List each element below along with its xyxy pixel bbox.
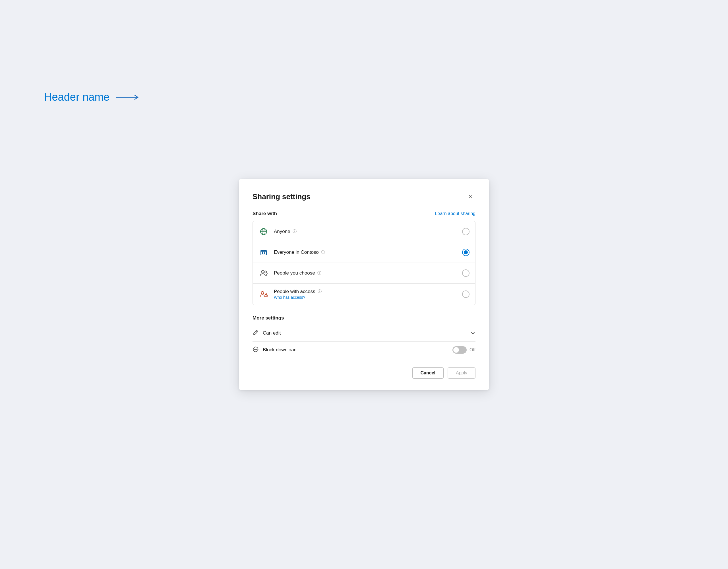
block-download-toggle-group: Off [452, 346, 475, 354]
header-annotation: Header name [44, 91, 142, 103]
anyone-info-icon[interactable]: ⓘ [293, 229, 297, 234]
share-option-anyone-label: Anyone ⓘ [274, 229, 297, 234]
cancel-button[interactable]: Cancel [412, 367, 444, 379]
block-icon [253, 346, 259, 354]
can-edit-left: Can edit [253, 330, 281, 337]
people-lock-icon [258, 289, 269, 299]
block-download-left: Block download [253, 346, 297, 354]
can-edit-row[interactable]: Can edit [253, 325, 475, 342]
dialog-header: Sharing settings × [253, 191, 475, 202]
svg-point-14 [261, 292, 264, 294]
block-download-label: Block download [263, 347, 297, 353]
svg-point-12 [262, 270, 264, 273]
share-option-contoso-label: Everyone in Contoso ⓘ [274, 249, 325, 255]
share-option-anyone-left: Anyone ⓘ [258, 226, 297, 237]
apply-button[interactable]: Apply [448, 367, 475, 379]
share-option-people-access[interactable]: People with access ⓘ Who has access? [253, 283, 475, 305]
share-options-list: Anyone ⓘ [253, 221, 475, 305]
people-icon [258, 268, 269, 278]
share-option-people-access-text: People with access ⓘ Who has access? [274, 289, 322, 300]
people-choose-info-icon[interactable]: ⓘ [317, 270, 321, 276]
block-download-toggle-label: Off [470, 348, 475, 353]
block-download-toggle[interactable] [452, 346, 467, 354]
share-with-label: Share with [253, 211, 277, 216]
learn-about-sharing-link[interactable]: Learn about sharing [435, 211, 475, 216]
who-has-access-link[interactable]: Who has access? [274, 295, 322, 300]
share-option-anyone[interactable]: Anyone ⓘ [253, 221, 475, 242]
contoso-info-icon[interactable]: ⓘ [321, 250, 325, 255]
close-button[interactable]: × [465, 191, 475, 202]
share-option-contoso-left: Everyone in Contoso ⓘ [258, 247, 325, 257]
share-option-people-choose[interactable]: People you choose ⓘ [253, 263, 475, 283]
more-settings-section: More settings Can edit [253, 315, 475, 358]
people-access-radio[interactable] [462, 291, 470, 298]
building-icon [258, 247, 269, 257]
share-option-people-access-label: People with access ⓘ [274, 289, 322, 295]
share-option-people-choose-left: People you choose ⓘ [258, 268, 321, 278]
can-edit-label: Can edit [263, 330, 281, 336]
dialog-title: Sharing settings [253, 192, 311, 201]
share-option-contoso[interactable]: Everyone in Contoso ⓘ [253, 242, 475, 263]
globe-icon [258, 226, 269, 237]
contoso-radio[interactable] [462, 249, 470, 256]
share-option-people-access-left: People with access ⓘ Who has access? [258, 289, 322, 300]
share-option-people-choose-text: People you choose ⓘ [274, 270, 321, 276]
more-settings-title: More settings [253, 315, 475, 321]
header-annotation-text: Header name [44, 91, 109, 103]
chevron-down-icon [470, 331, 475, 336]
block-download-row: Block download Off [253, 342, 475, 358]
people-access-info-icon[interactable]: ⓘ [318, 289, 322, 294]
share-option-anyone-text: Anyone ⓘ [274, 229, 297, 234]
svg-rect-9 [262, 253, 263, 254]
can-edit-dropdown[interactable] [470, 331, 475, 336]
svg-point-13 [265, 271, 267, 273]
arrow-icon [116, 94, 142, 101]
share-with-section-header: Share with Learn about sharing [253, 211, 475, 216]
dialog-overlay: Sharing settings × Share with Learn abou… [239, 179, 489, 390]
pencil-icon [253, 330, 259, 337]
svg-rect-6 [261, 250, 266, 255]
sharing-settings-dialog: Sharing settings × Share with Learn abou… [239, 179, 489, 390]
svg-rect-10 [264, 253, 265, 254]
svg-point-16 [266, 295, 266, 296]
share-option-people-choose-label: People you choose ⓘ [274, 270, 321, 276]
share-option-contoso-text: Everyone in Contoso ⓘ [274, 249, 325, 255]
people-choose-radio[interactable] [462, 269, 470, 277]
anyone-radio[interactable] [462, 228, 470, 235]
dialog-footer: Cancel Apply [253, 367, 475, 379]
